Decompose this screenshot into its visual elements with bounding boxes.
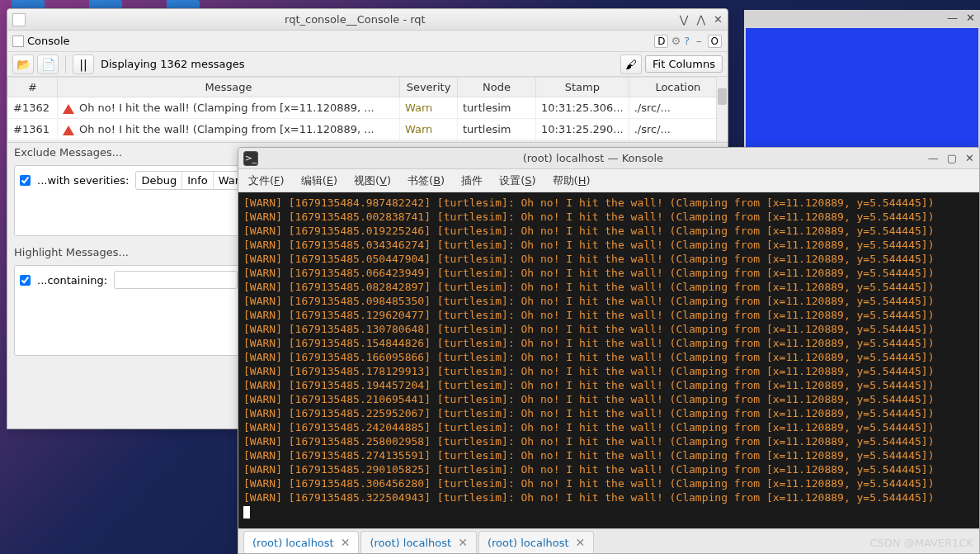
konsole-tab[interactable]: (root) localhost✕ — [478, 531, 594, 553]
rqt-titlebar[interactable]: rqt_console__Console - rqt ⋁ ⋀ ✕ — [7, 9, 728, 31]
menu-item[interactable]: 文件(F) — [248, 173, 285, 188]
console-label: Console — [12, 35, 70, 47]
tab-close-icon[interactable]: ✕ — [458, 536, 468, 549]
exclude-sev-checkbox[interactable] — [20, 175, 31, 186]
settings-gear-icon[interactable]: ⚙ — [671, 35, 681, 47]
konsole-tab[interactable]: (root) localhost✕ — [243, 531, 359, 553]
konsole-menubar[interactable]: 文件(F)编辑(E)视图(V)书签(B)插件设置(S)帮助(H) — [238, 169, 979, 192]
menu-item[interactable]: 编辑(E) — [301, 173, 337, 188]
exclude-sev-label: ...with severities: — [37, 174, 129, 187]
clear-button[interactable]: 🖌 — [620, 54, 642, 74]
highlight-contain-label: ...containing: — [37, 274, 107, 286]
message-table[interactable]: # Message Severity Node Stamp Location #… — [7, 77, 728, 143]
maximize-icon[interactable]: ⋀ — [696, 13, 705, 26]
table-row[interactable]: #1362Oh no! I hit the wall! (Clamping fr… — [8, 97, 728, 119]
konsole-title: (root) localhost — Konsole — [258, 152, 928, 164]
col-node[interactable]: Node — [458, 78, 536, 97]
warning-icon — [63, 125, 74, 135]
fit-columns-button[interactable]: Fit Columns — [645, 55, 723, 73]
konsole-tabs: (root) localhost✕(root) localhost✕(root)… — [238, 528, 979, 553]
menu-item[interactable]: 视图(V) — [354, 173, 391, 188]
maximize-icon[interactable]: ▢ — [947, 152, 957, 164]
tab-close-icon[interactable]: ✕ — [341, 536, 351, 549]
highlight-text-input[interactable] — [114, 271, 238, 289]
message-count-label: Displaying 1362 messages — [101, 58, 245, 70]
tab-label: (root) localhost — [488, 537, 569, 549]
col-msg[interactable]: Message — [58, 78, 400, 97]
col-num[interactable]: # — [8, 78, 58, 97]
warning-icon — [63, 104, 74, 114]
konsole-titlebar[interactable]: >_ (root) localhost — Konsole — ▢ ✕ — [238, 148, 979, 169]
pause-button[interactable]: || — [73, 54, 94, 74]
menu-item[interactable]: 插件 — [461, 173, 483, 188]
tab-label: (root) localhost — [370, 537, 451, 549]
window-icon — [12, 13, 26, 26]
table-row[interactable]: #1361Oh no! I hit the wall! (Clamping fr… — [8, 119, 728, 140]
terminal-icon: >_ — [243, 151, 258, 166]
menu-item[interactable]: 帮助(H) — [553, 173, 591, 188]
severity-option[interactable]: Debug — [136, 172, 182, 189]
window-title: rqt_console__Console - rqt — [31, 13, 680, 26]
minimize-icon[interactable]: — — [928, 152, 939, 164]
close-icon[interactable]: ✕ — [965, 152, 974, 164]
terminal-output[interactable]: [WARN] [1679135484.987482242] [turtlesim… — [238, 192, 979, 528]
konsole-window: >_ (root) localhost — Konsole — ▢ ✕ 文件(F… — [238, 147, 980, 554]
menu-item[interactable]: 书签(B) — [408, 173, 445, 188]
col-sev[interactable]: Severity — [400, 78, 458, 97]
tab-label: (root) localhost — [252, 537, 334, 549]
close-icon[interactable]: ✕ — [714, 13, 723, 26]
save-button[interactable]: 📄 — [37, 54, 59, 74]
badge-d[interactable]: D — [654, 35, 668, 48]
col-stamp[interactable]: Stamp — [536, 78, 629, 97]
watermark: CSDN @MAVER1CK — [870, 537, 974, 549]
console-icon — [12, 36, 24, 47]
col-loc[interactable]: Location — [629, 78, 727, 97]
dash: – — [696, 35, 702, 47]
table-scrollbar[interactable] — [716, 77, 728, 142]
severity-option[interactable]: Info — [182, 172, 214, 189]
konsole-tab[interactable]: (root) localhost✕ — [360, 531, 476, 553]
close-icon[interactable]: ✕ — [966, 12, 975, 24]
terminal-cursor — [243, 506, 250, 518]
menu-item[interactable]: 设置(S) — [499, 173, 535, 188]
minimize-icon[interactable]: — — [947, 12, 958, 24]
highlight-contain-checkbox[interactable] — [20, 275, 31, 286]
badge-o[interactable]: O — [708, 35, 722, 48]
rqt-toolbar: 📂 📄 || Displaying 1362 messages 🖌 Fit Co… — [7, 52, 728, 77]
minimize-icon[interactable]: ⋁ — [680, 13, 689, 26]
open-button[interactable]: 📂 — [12, 54, 34, 74]
help-icon[interactable]: ? — [684, 35, 690, 47]
tab-close-icon[interactable]: ✕ — [576, 536, 586, 549]
